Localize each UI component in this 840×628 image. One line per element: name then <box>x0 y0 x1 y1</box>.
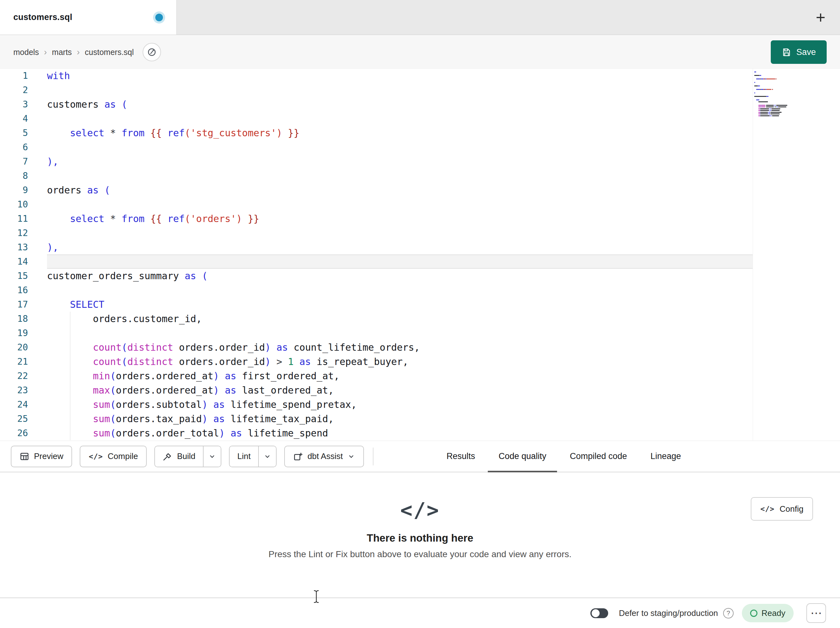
lint-split-button: Lint <box>229 446 276 467</box>
editor-toolbar: Preview </> Compile Build Lint <box>0 441 840 472</box>
code-line[interactable]: 24 sum(orders.subtotal) as lifetime_spen… <box>0 397 840 412</box>
code-line[interactable]: 7), <box>0 154 840 169</box>
editor-action-button[interactable] <box>142 43 161 61</box>
new-tab-button[interactable]: + <box>812 9 829 26</box>
code-line[interactable]: 11 select * from {{ ref('orders') }} <box>0 212 840 226</box>
code-line[interactable]: 13), <box>0 240 840 255</box>
breadcrumb-file[interactable]: customers.sql <box>85 47 134 57</box>
indent-guide <box>70 312 71 440</box>
code-line[interactable]: 22 min(orders.ordered_at) as first_order… <box>0 369 840 383</box>
build-label: Build <box>177 451 195 461</box>
ready-label: Ready <box>761 608 785 618</box>
code-line[interactable]: 12 <box>0 226 840 240</box>
tab-title: customers.sql <box>13 13 73 22</box>
help-icon[interactable]: ? <box>723 608 734 619</box>
code-line[interactable]: 18 orders.customer_id, <box>0 312 840 326</box>
build-button[interactable]: Build <box>155 446 203 467</box>
code-line[interactable]: 17 SELECT <box>0 297 840 312</box>
breadcrumb-bar: models › marts › customers.sql Save <box>0 36 840 69</box>
code-line[interactable]: 16 <box>0 283 840 297</box>
code-lines: 1with23customers as (45 select * from {{… <box>0 69 840 440</box>
minimap[interactable] <box>754 71 802 117</box>
code-line[interactable]: 9orders as ( <box>0 183 840 197</box>
code-line[interactable]: 20 count(distinct orders.order_id) as co… <box>0 340 840 354</box>
chevron-down-icon <box>347 452 355 460</box>
dbt-assist-button[interactable]: dbt Assist <box>284 446 364 467</box>
chevron-down-icon <box>208 452 216 460</box>
toolbar-divider <box>373 448 373 465</box>
preview-button[interactable]: Preview <box>11 446 72 467</box>
code-line[interactable]: 19 <box>0 326 840 340</box>
code-editor[interactable]: 1with23customers as (45 select * from {{… <box>0 69 840 441</box>
lint-dropdown-button[interactable] <box>258 446 276 467</box>
build-dropdown-button[interactable] <box>203 446 221 467</box>
code-line[interactable]: 4 <box>0 111 840 126</box>
code-line[interactable]: 26 sum(orders.order_total) as lifetime_s… <box>0 426 840 440</box>
preview-label: Preview <box>34 451 63 461</box>
empty-state-subtitle: Press the Lint or Fix button above to ev… <box>0 549 840 559</box>
code-line[interactable]: 8 <box>0 169 840 183</box>
save-button[interactable]: Save <box>771 40 827 64</box>
tab-results[interactable]: Results <box>444 441 478 472</box>
breadcrumb-marts[interactable]: marts <box>52 47 72 57</box>
tab-bar: customers.sql + <box>0 0 840 35</box>
unsaved-indicator-dot <box>155 14 163 21</box>
code-line[interactable]: 6 <box>0 140 840 154</box>
code-line[interactable]: 1with <box>0 69 840 83</box>
code-icon: </> <box>88 452 103 460</box>
empty-state: </> There is nothing here Press the Lint… <box>0 473 840 559</box>
status-ring-icon <box>750 610 758 617</box>
more-options-button[interactable]: ⋯ <box>806 603 826 623</box>
breadcrumb-separator: › <box>77 47 80 57</box>
breadcrumb: models › marts › customers.sql <box>13 47 134 57</box>
code-icon-large: </> <box>0 498 840 522</box>
breadcrumb-models[interactable]: models <box>13 47 39 57</box>
toggle-knob <box>592 609 600 617</box>
chevron-down-icon <box>264 452 271 460</box>
code-quality-panel: </> Config </> There is nothing here Pre… <box>0 473 840 598</box>
lint-button[interactable]: Lint <box>230 446 258 467</box>
status-bar: Defer to staging/production ? Ready ⋯ <box>0 598 840 628</box>
tab-customers-sql[interactable]: customers.sql <box>0 0 177 35</box>
hammer-icon <box>163 452 172 461</box>
tab-code-quality[interactable]: Code quality <box>496 441 549 472</box>
table-icon <box>20 452 29 461</box>
lint-label: Lint <box>237 451 251 461</box>
dbt-assist-icon <box>293 452 303 461</box>
compile-label: Compile <box>108 451 138 461</box>
code-line[interactable]: 15customer_orders_summary as ( <box>0 269 840 283</box>
dbt-assist-label: dbt Assist <box>308 451 343 461</box>
defer-label: Defer to staging/production <box>619 608 718 618</box>
compile-button[interactable]: </> Compile <box>80 446 147 467</box>
code-line[interactable]: 14 <box>0 255 840 269</box>
save-icon <box>782 47 791 57</box>
code-line[interactable]: 25 sum(orders.tax_paid) as lifetime_tax_… <box>0 412 840 426</box>
code-line[interactable]: 21 count(distinct orders.order_id) > 1 a… <box>0 354 840 369</box>
result-tabs: Results Code quality Compiled code Linea… <box>444 441 684 472</box>
ready-status-badge: Ready <box>742 604 794 622</box>
defer-toggle[interactable] <box>591 608 608 618</box>
code-line[interactable]: 10 <box>0 197 840 212</box>
compass-icon <box>147 47 156 57</box>
code-line[interactable]: 3customers as ( <box>0 97 840 111</box>
save-label: Save <box>796 47 816 57</box>
code-line[interactable]: 2 <box>0 83 840 97</box>
editor-right-divider <box>753 69 753 441</box>
empty-state-title: There is nothing here <box>0 532 840 544</box>
code-line[interactable]: 23 max(orders.ordered_at) as last_ordere… <box>0 383 840 397</box>
tab-compiled-code[interactable]: Compiled code <box>567 441 630 472</box>
tab-lineage[interactable]: Lineage <box>648 441 684 472</box>
breadcrumb-separator: › <box>44 47 47 57</box>
code-line[interactable]: 5 select * from {{ ref('stg_customers') … <box>0 126 840 140</box>
build-split-button: Build <box>154 446 221 467</box>
